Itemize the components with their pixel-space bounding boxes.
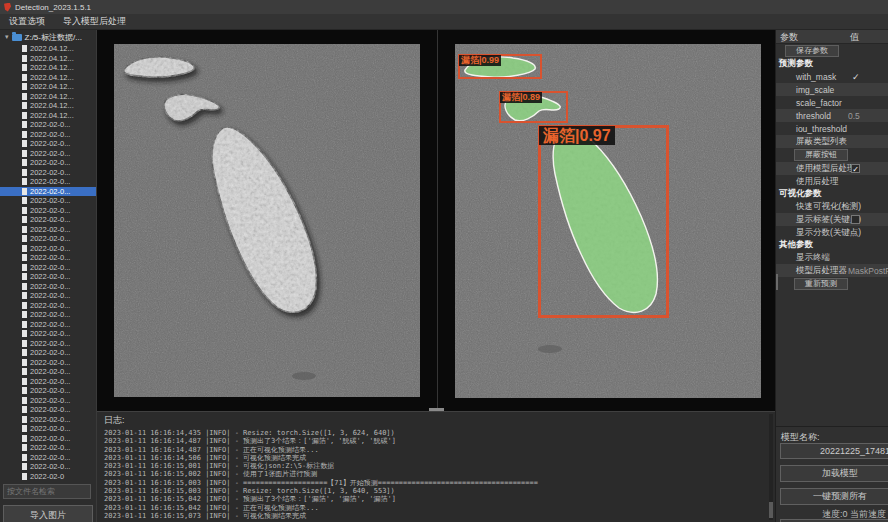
tree-item[interactable]: 2022-02-0... [0,405,96,415]
log-scrollbar[interactable] [769,414,773,520]
tree-item[interactable]: 2022-02-0... [0,291,96,301]
checkbox[interactable] [851,215,860,224]
tree-item-label: 2022-02-0... [30,320,70,329]
menu-import-postprocess[interactable]: 导入模型后处理 [54,15,135,28]
param-button-row: 屏蔽按钮 [776,148,888,162]
log-scrollbar-thumb[interactable] [769,502,773,518]
file-icon [22,330,27,337]
viewport-divider [437,30,438,411]
file-tree[interactable]: ▾ Z:/5-标注数据/... 2022.04.12...2022.04.12.… [0,30,96,483]
param-row[interactable]: 显示终端 [776,251,888,264]
tree-item[interactable]: 2022-02-0... [0,253,96,263]
tree-item[interactable]: 2022-02-0... [0,462,96,472]
tree-item[interactable]: 2022-02-0... [0,168,96,178]
tree-item[interactable]: 2022.04.12... [0,54,96,64]
tree-item[interactable]: 2022.04.12... [0,82,96,92]
param-row[interactable]: 模型后处理器MaskPostPro [776,264,888,277]
tree-item[interactable]: 2022-02-0... [0,187,96,197]
tree-item[interactable]: 2022-02-0... [0,272,96,282]
tree-item[interactable]: 2022.04.12... [0,92,96,102]
tree-item[interactable]: 2022-02-0... [0,434,96,444]
param-button[interactable]: 重新预测 [794,278,848,290]
log-line: 2023-01-11 16:16:14,506 |INFO| - 可视化预测结果… [104,454,765,462]
param-row[interactable]: 显示分数(关键点) [776,226,888,239]
tree-item-label: 2022-02-0... [30,453,70,462]
tree-item[interactable]: 2022-02-0... [0,310,96,320]
param-row[interactable]: with_mask✓ [776,70,888,83]
param-row[interactable]: 使用模型后处理✓ [776,162,888,175]
tree-item[interactable]: 2022-02-0... [0,196,96,206]
param-label: 屏蔽类型列表 [796,136,847,148]
tree-item[interactable]: 2022-02-0... [0,339,96,349]
import-images-button[interactable]: 导入图片 [3,505,93,522]
tree-item[interactable]: 2022-02-0... [0,130,96,140]
tree-item-label: 2022.04.12... [30,92,74,101]
tree-item[interactable]: 2022-02-0... [0,158,96,168]
tree-item[interactable]: 2022-02-0... [0,244,96,254]
param-row[interactable]: 显示标签(关键点) [776,213,888,226]
checkbox[interactable]: ✓ [851,164,860,173]
tree-item[interactable]: 2022-02-0... [0,358,96,368]
param-row[interactable]: scale_factor [776,96,888,109]
tree-item[interactable]: 2022.04.12... [0,63,96,73]
tree-item-label: 2022-02-0... [30,149,70,158]
caret-down-icon[interactable]: ▾ [5,33,9,41]
tree-item[interactable]: 2022-02-0... [0,149,96,159]
predict-all-button[interactable]: 一键预测所有 [780,488,888,505]
search-input[interactable] [3,484,91,499]
file-icon [22,425,27,432]
menu-settings[interactable]: 设置选项 [0,15,54,28]
tree-item[interactable]: 2022-02-0... [0,225,96,235]
tree-item[interactable]: 2022-02-0... [0,396,96,406]
param-row[interactable]: 屏蔽类型列表 [776,135,888,148]
params-scrollbar-thumb[interactable] [776,274,778,290]
tree-root[interactable]: ▾ Z:/5-标注数据/... [0,30,96,44]
param-label: img_scale [796,85,834,95]
tree-item[interactable]: 2022-02-0... [0,386,96,396]
tree-item[interactable]: 2022-02-0... [0,282,96,292]
source-image-viewport[interactable] [114,44,420,397]
log-line: 2023-01-11 16:16:15,003 |INFO| - =======… [104,479,765,487]
log-line: 2023-01-11 16:16:15,003 |INFO| - Resize:… [104,487,765,495]
check-icon[interactable]: ✓ [852,72,860,82]
param-row[interactable]: img_scale [776,83,888,96]
tree-item-label: 2022-02-0... [30,377,70,386]
tree-item-label: 2022-02-0... [30,462,70,471]
tree-item[interactable]: 2022-02-0... [0,215,96,225]
tree-item[interactable]: 2022-02-0... [0,367,96,377]
tree-item[interactable]: 2022-02-0... [0,377,96,387]
tree-item[interactable]: 2022.04.12... [0,44,96,54]
file-icon [22,406,27,413]
tree-item[interactable]: 2022-02-0... [0,415,96,425]
tree-item[interactable]: 2022-02-0... [0,320,96,330]
param-value[interactable]: MaskPostPro [848,266,888,276]
tree-item[interactable]: 2022.04.12... [0,111,96,121]
tree-item[interactable]: 2022-02-0... [0,348,96,358]
tree-item[interactable]: 2022-02-0... [0,234,96,244]
param-row[interactable]: threshold0.5 [776,109,888,122]
param-row[interactable]: 使用后处理 [776,175,888,188]
model-name-field[interactable] [780,443,888,459]
prediction-image-viewport[interactable]: 漏箔|0.99漏箔|0.89漏箔|0.97 [455,44,761,398]
tree-item[interactable]: 2022-02-0... [0,329,96,339]
tree-item-label: 2022-02-0... [30,358,70,367]
tree-item[interactable]: 2022-02-0... [0,443,96,453]
tree-item[interactable]: 2022-02-0... [0,206,96,216]
tree-item[interactable]: 2022-02-0... [0,424,96,434]
load-model-button[interactable]: 加载模型 [780,465,888,482]
tree-item[interactable]: 2022-02-0... [0,120,96,130]
tree-item[interactable]: 2022-02-0... [0,139,96,149]
param-button[interactable]: 屏蔽按钮 [794,149,848,161]
param-button[interactable]: 保存参数 [785,45,839,57]
tree-item[interactable]: 2022.04.12... [0,101,96,111]
tree-item[interactable]: 2022-02-0... [0,301,96,311]
param-row[interactable]: iou_threshold [776,122,888,135]
tree-item[interactable]: 2022-02-0... [0,177,96,187]
file-icon [22,311,27,318]
tree-item[interactable]: 2022-02-0... [0,453,96,463]
param-row[interactable]: 快速可视化(检测) [776,200,888,213]
param-value[interactable]: 0.5 [848,111,860,121]
tree-item[interactable]: 2022.04.12... [0,73,96,83]
tree-item[interactable]: 2022-02-0 [0,472,96,482]
tree-item[interactable]: 2022-02-0... [0,263,96,273]
